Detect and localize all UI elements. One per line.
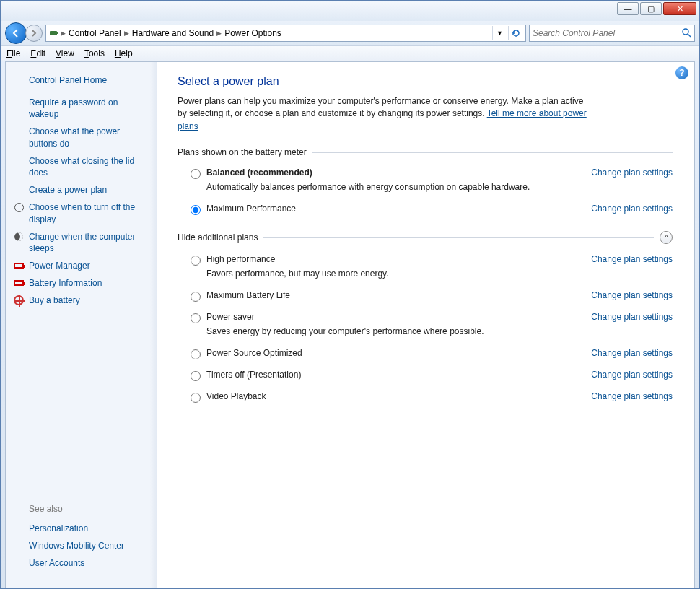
power-plan: Balanced (recommended)Change plan settin… <box>178 163 673 195</box>
plan-radio[interactable] <box>191 169 201 179</box>
page-title: Select a power plan <box>178 75 673 88</box>
power-plan: High performanceChange plan settingsFavo… <box>178 250 673 282</box>
see-also-header: See also <box>29 504 150 514</box>
window-buttons: — ▢ ✕ <box>617 2 696 15</box>
svg-line-3 <box>688 34 691 37</box>
breadcrumb-label: Power Options <box>224 28 281 38</box>
section-additional-plans[interactable]: Hide additional plans ˄ <box>178 231 673 244</box>
power-plan: Maximum Battery LifeChange plan settings <box>178 286 673 303</box>
sidebar-link[interactable]: Require a password on wakeup <box>6 94 157 123</box>
clock-icon <box>13 201 25 213</box>
plan-name: Power Source Optimized <box>206 348 577 358</box>
maximize-button[interactable]: ▢ <box>640 2 662 15</box>
change-plan-settings-link[interactable]: Change plan settings <box>591 348 673 358</box>
sidebar-link[interactable]: Buy a battery <box>6 292 157 309</box>
svg-rect-0 <box>50 31 57 35</box>
sidebar-link-label: Require a password on wakeup <box>29 97 150 120</box>
change-plan-settings-link[interactable]: Change plan settings <box>591 204 673 214</box>
see-also-link[interactable]: Windows Mobility Center <box>29 537 150 554</box>
svg-rect-1 <box>57 32 58 34</box>
sidebar-link[interactable]: Battery Information <box>6 274 157 292</box>
sidebar-link-label: Battery Information <box>29 277 150 289</box>
search-icon[interactable] <box>681 27 691 40</box>
nav-arrows <box>5 22 43 44</box>
close-button[interactable]: ✕ <box>663 2 696 15</box>
power-plan: Maximum PerformanceChange plan settings <box>178 199 673 217</box>
divider <box>263 237 654 238</box>
breadcrumb-hardware-sound[interactable]: Hardware and Sound <box>129 25 216 41</box>
address-bar[interactable]: ▶ Control Panel ▶ Hardware and Sound ▶ P… <box>45 25 526 42</box>
menu-file[interactable]: File <box>6 48 20 58</box>
plan-radio[interactable] <box>191 349 201 359</box>
see-also-link[interactable]: User Accounts <box>29 554 150 572</box>
search-box[interactable] <box>529 25 695 42</box>
moon-icon <box>13 231 25 243</box>
plan-name: Timers off (Presentation) <box>206 370 577 380</box>
plan-name: Video Playback <box>206 391 577 401</box>
sidebar-link[interactable]: Create a power plan <box>6 181 157 198</box>
power-plan: Video PlaybackChange plan settings <box>178 387 673 404</box>
titlebar: — ▢ ✕ <box>1 1 699 21</box>
see-also-section: See also PersonalizationWindows Mobility… <box>6 497 157 579</box>
refresh-button[interactable] <box>508 26 522 40</box>
sidebar-link-label: Choose when to turn off the display <box>29 201 150 224</box>
divider <box>312 152 673 153</box>
collapse-button[interactable]: ˄ <box>660 231 673 244</box>
breadcrumb-control-panel[interactable]: Control Panel <box>66 25 124 41</box>
menu-tools[interactable]: Tools <box>84 48 105 58</box>
address-dropdown[interactable]: ▼ <box>492 26 507 40</box>
menu-edit[interactable]: Edit <box>30 48 45 58</box>
see-also-link[interactable]: Personalization <box>29 520 150 537</box>
section-battery-meter: Plans shown on the battery meter <box>178 147 673 157</box>
sidebar: Control Panel Home Require a password on… <box>6 62 157 588</box>
sidebar-link[interactable]: Change when the computer sleeps <box>6 228 157 257</box>
control-panel-home-link[interactable]: Control Panel Home <box>6 71 157 94</box>
window-frame: — ▢ ✕ ▶ Control Panel ▶ Hardware and Sou… <box>0 0 700 589</box>
breadcrumb-power-options[interactable]: Power Options <box>222 25 284 41</box>
change-plan-settings-link[interactable]: Change plan settings <box>591 391 673 401</box>
chevron-right-icon: ▶ <box>61 30 66 37</box>
power-icon <box>48 27 61 39</box>
menu-help[interactable]: Help <box>115 48 133 58</box>
power-plan: Power Source OptimizedChange plan settin… <box>178 344 673 361</box>
change-plan-settings-link[interactable]: Change plan settings <box>591 290 673 300</box>
sidebar-link-label: Choose what the power buttons do <box>29 126 150 149</box>
search-input[interactable] <box>533 28 681 38</box>
change-plan-settings-link[interactable]: Change plan settings <box>591 312 673 322</box>
plan-radio[interactable] <box>191 205 201 215</box>
change-plan-settings-link[interactable]: Change plan settings <box>591 167 673 178</box>
chevron-right-icon: ▶ <box>124 30 129 37</box>
plan-radio[interactable] <box>191 292 201 302</box>
forward-button[interactable] <box>25 25 43 42</box>
change-plan-settings-link[interactable]: Change plan settings <box>591 254 673 264</box>
sidebar-link[interactable]: Choose when to turn off the display <box>6 198 157 227</box>
content-body: Control Panel Home Require a password on… <box>5 61 695 588</box>
back-button[interactable] <box>5 22 27 44</box>
plan-name: High performance <box>206 254 577 264</box>
menu-view[interactable]: View <box>56 48 74 58</box>
plan-name: Power saver <box>206 312 577 322</box>
maximize-icon: ▢ <box>647 4 655 14</box>
plan-radio[interactable] <box>191 313 201 323</box>
sidebar-link[interactable]: Choose what closing the lid does <box>6 152 157 181</box>
sidebar-link[interactable]: Power Manager <box>6 257 157 274</box>
battery-icon <box>13 277 25 289</box>
chevron-up-icon: ˄ <box>665 234 668 242</box>
power-plan: Timers off (Presentation)Change plan set… <box>178 365 673 383</box>
sidebar-link-label: Power Manager <box>29 260 150 271</box>
plan-radio[interactable] <box>191 393 201 403</box>
plan-description: Favors performance, but may use more ene… <box>178 267 673 282</box>
breadcrumb-label: Control Panel <box>69 28 121 38</box>
minimize-button[interactable]: — <box>617 2 639 15</box>
sidebar-link[interactable]: Choose what the power buttons do <box>6 123 157 152</box>
power-plan: Power saverChange plan settingsSaves ene… <box>178 307 673 339</box>
help-icon[interactable]: ? <box>675 66 688 79</box>
plan-radio[interactable] <box>191 256 201 266</box>
minimize-icon: — <box>624 4 632 13</box>
plan-description: Automatically balances performance with … <box>178 180 673 195</box>
battery-icon <box>13 260 25 271</box>
change-plan-settings-link[interactable]: Change plan settings <box>591 370 673 380</box>
plan-name: Balanced (recommended) <box>206 167 577 178</box>
sidebar-link-label: Buy a battery <box>29 294 150 306</box>
plan-radio[interactable] <box>191 371 201 381</box>
